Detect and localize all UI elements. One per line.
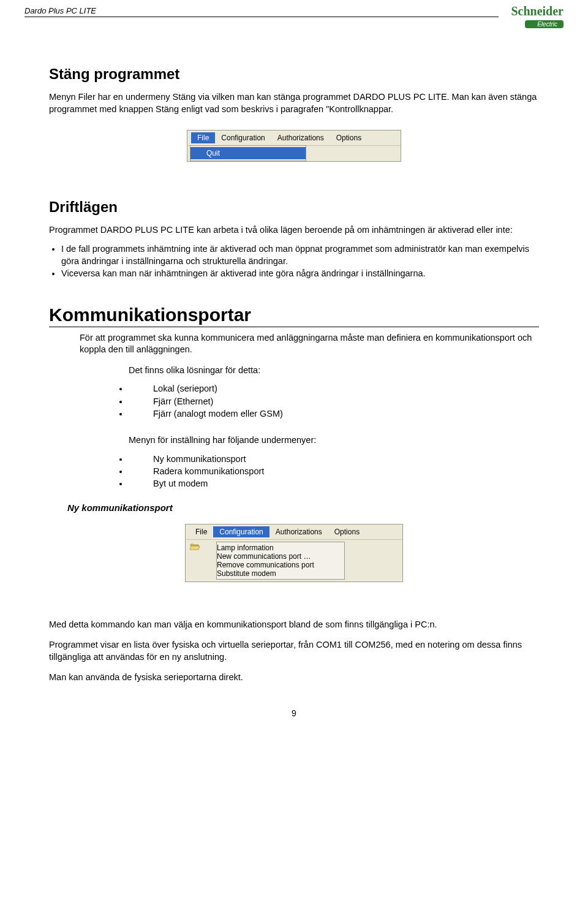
menu-item-lamp-info[interactable]: Lamp information [217, 544, 344, 552]
list-item: Radera kommunikationsport [129, 465, 539, 477]
dropdown-file: Quit [190, 145, 306, 161]
solutions-list: Lokal (serieport) Fjärr (Ethernet) Fjärr… [129, 382, 539, 420]
para-choose-port: Med detta kommando kan man välja en komm… [49, 619, 539, 631]
brand-logo: Schneider Electric [499, 5, 564, 29]
menu-item-new-comm-port[interactable]: New communications port … [217, 552, 344, 561]
page-header: Dardo Plus PC LITE Schneider Electric [0, 0, 588, 29]
dropdown-configuration: Lamp information New communications port… [216, 542, 345, 580]
list-item: Lokal (serieport) [129, 382, 539, 395]
logo-sub: Electric [525, 20, 564, 28]
menu-file[interactable]: File [189, 526, 213, 537]
list-item: Ny kommunikationsport [129, 453, 539, 465]
menu-options[interactable]: Options [330, 132, 368, 143]
menu-authorizations[interactable]: Authorizations [271, 132, 330, 143]
menu-item-quit[interactable]: Quit [190, 147, 306, 159]
menubar-row: File Configuration Authorizations Option… [187, 131, 401, 146]
menu-authorizations[interactable]: Authorizations [270, 526, 328, 537]
para-port-list: Programmet visar en lista över fysiska o… [49, 639, 539, 663]
menu-item-remove-comm-port[interactable]: Remove communications port [217, 561, 344, 569]
para-submenus-intro: Menyn för inställning har följande under… [129, 434, 539, 447]
menubar-row: File Configuration Authorizations Option… [186, 525, 402, 540]
heading-operating-modes: Driftlägen [49, 199, 539, 216]
operating-modes-list: I de fall programmets inhämtning inte är… [61, 243, 539, 280]
logo-main: Schneider [511, 4, 564, 18]
para-comm-ports-intro: För att programmet ska kunna kommunicera… [80, 332, 539, 356]
para-solutions-intro: Det finns olika lösningar för detta: [129, 365, 539, 377]
list-item: Viceversa kan man när inhämtningen är ak… [61, 267, 539, 279]
submenus-list: Ny kommunikationsport Radera kommunikati… [129, 453, 539, 490]
list-item: Fjärr (Ethernet) [129, 395, 539, 407]
menu-file[interactable]: File [191, 132, 215, 143]
menu-options[interactable]: Options [328, 526, 366, 537]
page-number: 9 [49, 708, 539, 718]
menu-item-substitute-modem[interactable]: Substitute modem [217, 569, 344, 578]
doc-title: Dardo Plus PC LITE [24, 6, 499, 17]
list-item: I de fall programmets inhämtning inte är… [61, 243, 539, 268]
list-item: Fjärr (analogt modem eller GSM) [129, 407, 539, 420]
toolbar: Lamp information New communications port… [186, 540, 402, 582]
para-close-program: Menyn Filer har en undermeny Stäng via v… [49, 91, 539, 115]
para-physical-ports: Man kan använda de fysiska serieportarna… [49, 672, 539, 684]
page-content: Stäng programmet Menyn Filer har en unde… [0, 66, 588, 743]
para-operating-modes: Programmet DARDO PLUS PC LITE kan arbeta… [49, 224, 539, 237]
config-dropdown-wrap: Lamp information New communications port… [216, 542, 345, 580]
list-item: Byt ut modem [129, 477, 539, 490]
open-folder-icon[interactable] [189, 542, 200, 551]
menu-configuration[interactable]: Configuration [213, 526, 269, 537]
menu-configuration[interactable]: Configuration [215, 132, 271, 143]
menubar-file-quit: File Configuration Authorizations Option… [187, 130, 401, 162]
menubar-config: File Configuration Authorizations Option… [185, 524, 403, 582]
heading-close-program: Stäng programmet [49, 66, 539, 83]
heading-comm-ports: Kommunikationsportar [49, 305, 539, 327]
subheading-new-comm-port: Ny kommunikationsport [67, 502, 539, 513]
